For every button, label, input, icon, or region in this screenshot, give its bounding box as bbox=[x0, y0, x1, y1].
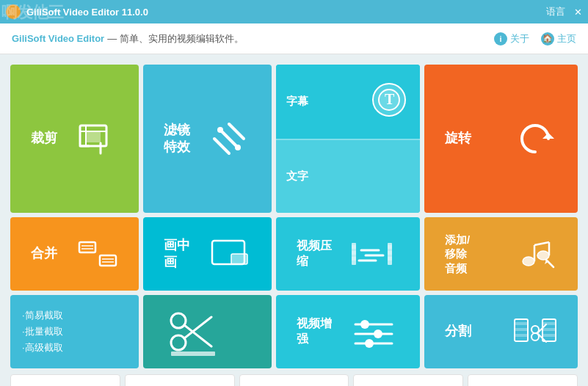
lang-button[interactable]: 语言 bbox=[546, 5, 565, 18]
svg-point-51 bbox=[365, 339, 374, 348]
text-label: 文字 bbox=[286, 170, 308, 183]
svg-point-49 bbox=[374, 329, 382, 338]
svg-rect-15 bbox=[79, 242, 95, 252]
crop-tile[interactable]: 裁剪 bbox=[10, 65, 139, 213]
svg-rect-24 bbox=[352, 245, 356, 249]
svg-rect-45 bbox=[171, 352, 215, 356]
rotate-label: 旋转 bbox=[445, 130, 471, 147]
clip-easy-label: ·简易截取 bbox=[22, 309, 63, 322]
about-button[interactable]: i 关于 bbox=[494, 32, 529, 45]
split-icon bbox=[513, 313, 557, 350]
subtitle-icon: T bbox=[358, 81, 410, 122]
enhance-icon bbox=[352, 313, 399, 350]
svg-rect-25 bbox=[352, 251, 356, 255]
tools-row: Video to DVD DVD to Video bbox=[10, 374, 578, 386]
rotate-tile[interactable]: 旋转 bbox=[424, 65, 578, 213]
compress-tile[interactable]: 视频压 缩 bbox=[276, 217, 420, 291]
split-tile[interactable]: 分割 bbox=[424, 295, 578, 368]
app-title: GiliSoft Video Editor 11.0.0 bbox=[26, 7, 148, 18]
crop-label: 裁剪 bbox=[31, 130, 57, 147]
text-tile[interactable]: 文字 bbox=[276, 139, 420, 213]
svg-rect-63 bbox=[542, 334, 556, 337]
window-controls: 语言 ✕ bbox=[546, 5, 582, 18]
merge-icon bbox=[78, 238, 118, 270]
top-grid: 裁剪 滤镜 特效 bbox=[10, 65, 578, 213]
picture-tile[interactable]: 画中 画 bbox=[143, 217, 272, 291]
about-label: 关于 bbox=[510, 32, 529, 45]
crop-icon bbox=[74, 117, 118, 161]
dash-label: — bbox=[107, 33, 117, 44]
svg-rect-33 bbox=[388, 257, 392, 261]
clip-adv-label: ·高级截取 bbox=[22, 341, 63, 354]
svg-line-7 bbox=[222, 131, 236, 146]
clip-labels: ·简易截取 ·批量截取 ·高级截取 bbox=[22, 309, 63, 355]
scissors-tile[interactable] bbox=[143, 295, 272, 368]
photo-to-movie-tile[interactable]: Photo to Movie bbox=[239, 374, 349, 386]
audio-icon bbox=[517, 238, 557, 270]
rotate-icon bbox=[513, 117, 557, 161]
screen-recorder-tile[interactable]: REC Screen Recorder bbox=[468, 374, 578, 386]
nav-right: i 关于 🏠 主页 bbox=[494, 32, 576, 45]
titlebar: 啊发他三 GiliSoft Video Editor 11.0.0 语言 ✕ bbox=[0, 0, 588, 23]
subtitle-tile[interactable]: 字幕 T bbox=[276, 65, 420, 139]
main-content: 裁剪 滤镜 特效 bbox=[0, 54, 588, 386]
slogan-text: 简单、实用的视频编辑软件。 bbox=[120, 32, 244, 45]
watermark-remover-tile[interactable]: Watermark Remover bbox=[353, 374, 463, 386]
home-label: 主页 bbox=[557, 32, 576, 45]
svg-point-36 bbox=[537, 251, 549, 260]
svg-text:T: T bbox=[385, 91, 395, 107]
picture-label: 画中 画 bbox=[164, 237, 190, 272]
mid-grid: 合并 画中 画 bbox=[10, 217, 578, 291]
filter-tile[interactable]: 滤镜 特效 bbox=[143, 65, 272, 213]
close-button[interactable]: ✕ bbox=[574, 7, 582, 18]
scissors-icon bbox=[164, 306, 222, 357]
dvd-to-video-tile[interactable]: DVD to Video bbox=[125, 374, 235, 386]
svg-rect-62 bbox=[542, 328, 556, 331]
subtitlebar: GiliSoft Video Editor — 简单、实用的视频编辑软件。 i … bbox=[0, 23, 588, 54]
clip-tile[interactable]: ·简易截取 ·批量截取 ·高级截取 bbox=[10, 295, 139, 368]
svg-point-47 bbox=[360, 320, 369, 329]
video-to-dvd-tile[interactable]: Video to DVD bbox=[10, 374, 120, 386]
svg-rect-61 bbox=[542, 322, 556, 325]
svg-rect-18 bbox=[100, 255, 116, 266]
svg-marker-14 bbox=[542, 133, 554, 139]
compress-icon bbox=[348, 236, 399, 272]
enhance-label: 视频增 强 bbox=[297, 316, 332, 347]
bot-grid: ·简易截取 ·批量截取 ·高级截取 视频增 bbox=[10, 295, 578, 368]
svg-rect-55 bbox=[515, 334, 528, 337]
svg-line-8 bbox=[214, 139, 229, 153]
svg-point-9 bbox=[217, 127, 223, 133]
enhance-tile[interactable]: 视频增 强 bbox=[276, 295, 420, 368]
filter-label: 滤镜 特效 bbox=[164, 122, 190, 156]
svg-point-34 bbox=[523, 257, 534, 266]
svg-line-6 bbox=[229, 124, 244, 139]
app-name-label: GiliSoft Video Editor bbox=[12, 33, 104, 44]
pip-icon bbox=[211, 238, 251, 270]
split-label: 分割 bbox=[445, 323, 471, 340]
home-icon: 🏠 bbox=[541, 32, 554, 45]
audio-tile[interactable]: 添加/ 移除 音频 bbox=[424, 217, 578, 291]
svg-line-38 bbox=[534, 242, 549, 245]
compress-label: 视频压 缩 bbox=[297, 238, 332, 269]
svg-rect-54 bbox=[515, 328, 528, 331]
svg-rect-53 bbox=[515, 322, 528, 325]
subtitle-text-area: 字幕 T 文字 bbox=[276, 65, 420, 213]
svg-rect-3 bbox=[86, 131, 101, 142]
merge-label: 合并 bbox=[31, 245, 57, 262]
svg-rect-22 bbox=[231, 254, 247, 264]
info-icon: i bbox=[494, 32, 507, 45]
svg-point-10 bbox=[235, 145, 241, 150]
merge-tile[interactable]: 合并 bbox=[10, 217, 139, 291]
clip-batch-label: ·批量截取 bbox=[22, 325, 63, 338]
svg-rect-31 bbox=[388, 245, 392, 249]
app-logo bbox=[6, 4, 21, 19]
home-button[interactable]: 🏠 主页 bbox=[541, 32, 576, 45]
svg-rect-26 bbox=[352, 257, 356, 261]
subtitle-label: 字幕 bbox=[286, 95, 308, 109]
svg-rect-32 bbox=[388, 251, 392, 255]
audio-label: 添加/ 移除 音频 bbox=[445, 233, 470, 276]
filter-icon bbox=[207, 117, 251, 161]
